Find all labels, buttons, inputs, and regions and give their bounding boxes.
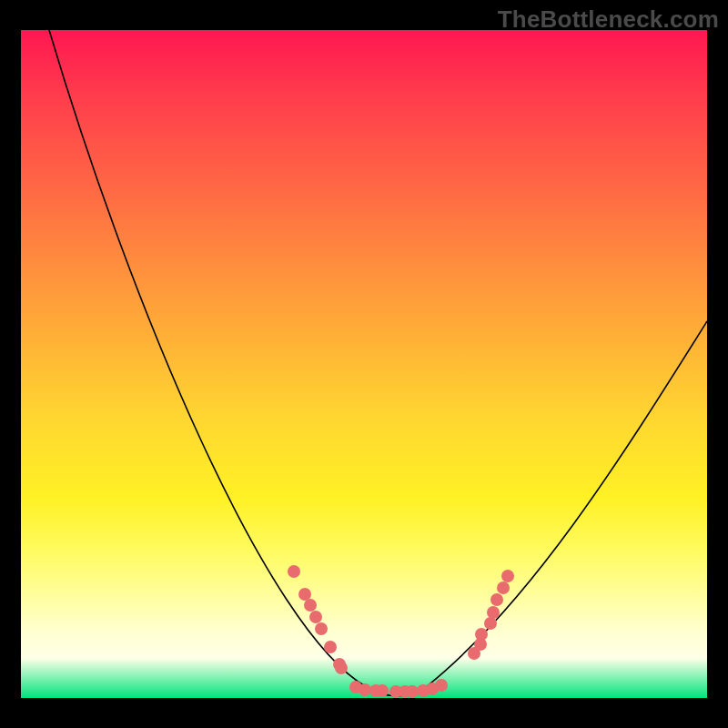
plot-area: [21, 30, 707, 698]
data-dot: [497, 581, 510, 594]
data-dot: [376, 684, 389, 697]
data-dot: [501, 570, 514, 582]
data-dot: [487, 606, 500, 619]
curve-svg: [21, 30, 707, 698]
watermark: TheBottleneck.com: [498, 5, 719, 34]
data-dot: [304, 599, 317, 612]
data-dot: [298, 588, 311, 601]
data-dot: [324, 641, 337, 653]
data-dot: [435, 679, 448, 692]
data-dot: [490, 593, 503, 606]
data-dot: [475, 628, 488, 641]
data-dot: [315, 622, 328, 635]
data-dot: [484, 617, 497, 630]
bottleneck-curve: [49, 30, 707, 696]
data-dot: [406, 685, 419, 698]
data-dot: [288, 565, 300, 578]
data-dot: [335, 662, 348, 674]
data-dot: [309, 611, 322, 623]
data-dot: [359, 683, 371, 696]
chart-frame: TheBottleneck.com: [0, 0, 728, 728]
